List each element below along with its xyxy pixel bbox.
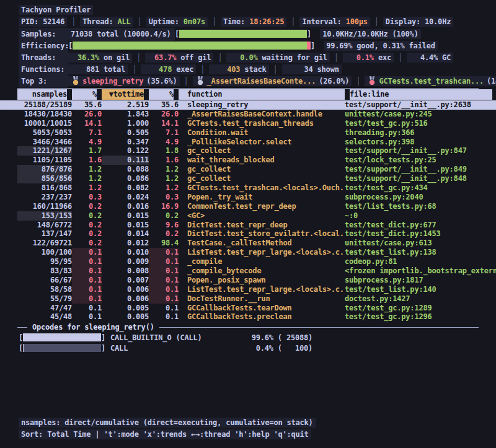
table-row[interactable]: 3466/34664.90.3474.9_PollLikeSelector.se… [0,138,496,147]
samples-line: Samples:71038 total (10000.4/s)[] 10.0KH… [0,28,496,40]
cell-pct-cumulative: 1.2 [149,165,179,174]
cell-nsamples: 83/83 [17,266,72,276]
cell-nsamples: 10001/10015 [17,119,72,128]
cell-pct-cumulative: 0.1 [149,312,179,322]
cell-fileline: test/test_dict.py:1453 [345,229,492,239]
cell-pct-direct: 4.9 [72,138,102,147]
thread-stat-value: 0.1% [345,52,374,64]
table-header-pct-cumulative[interactable]: % [149,89,179,100]
table-separator [17,88,479,89]
cell-function: DocTestRunner.__run [187,294,345,304]
app-title: Tachyon Profiler [19,5,93,15]
cell-tottime: 1.000 [102,119,149,128]
cell-pct-cumulative: 0.1 [149,285,179,294]
table-row[interactable]: 876/8761.20.0881.2gc_collecttest/support… [0,165,496,174]
cell-tottime: 1.843 [102,110,149,119]
table-header-nsamples[interactable]: nsamples [17,89,72,100]
threads-line: Threads:36.3% on gil│63.7% off gil│0.0% … [0,51,496,63]
cell-gap [179,193,187,202]
cell-pct-cumulative: 0.1 [149,248,179,257]
cell-pct-cumulative: 4.9 [149,138,179,147]
cell-fileline: test/support/__init__.py:2638 [345,100,492,110]
table-row[interactable]: 55/790.10.0060.1DocTestRunner.__rundocte… [0,294,496,304]
cell-gap [179,285,187,294]
table-row[interactable]: 856/8561.20.0861.2gc_collecttest/support… [0,174,496,183]
cell-gap [179,119,187,128]
cell-fileline: subprocess.py:1817 [345,276,492,285]
cell-function: _PollLikeSelector.select [187,138,345,147]
table-row[interactable]: 122/697210.20.01298.4TestCase._callTestM… [0,239,496,248]
table-row[interactable]: 1221/12671.70.1221.8gc_collecttest/suppo… [0,146,496,156]
table-row[interactable]: 10001/1001514.11.00014.1GCTests.test_tra… [0,119,496,128]
cell-gap [179,138,187,147]
separator: │ [132,65,136,74]
cell-function: GCCallbackTests.preclean [187,312,345,322]
cell-pct-direct: 0.1 [72,248,102,257]
top3-line: Top 3:sleeping_retry(35.6%)│_AssertRaise… [0,75,496,87]
cell-function: gc_collect [187,146,345,156]
table-row[interactable]: 18430/1843026.01.84326.0_AssertRaisesBas… [0,110,496,119]
thread-field[interactable]: Thread: ALL [80,17,133,27]
top3-percent: (26.0%) [319,77,349,86]
top3-percent: (14.1%) [487,77,496,86]
table-row[interactable]: 100/1000.10.0100.1ListTest.test_repr_lar… [0,248,496,257]
cell-gap [179,146,187,156]
table-row[interactable]: 83/830.10.0080.1_compile_bytecode<frozen… [0,266,496,276]
table-header-pct-direct[interactable]: % [72,89,102,100]
empty-area [0,354,496,417]
cell-pct-cumulative: 0.1 [149,257,179,266]
cell-function: ListTest.test_repr_large.<locals>.c... [187,285,345,294]
table-row[interactable]: 1105/11051.60.1111.6wait_threads_blocked… [0,156,496,165]
cell-pct-cumulative: 7.1 [149,128,179,138]
efficiency-progress-bar: [] [68,42,315,50]
cell-pct-direct: 0.2 [72,229,102,239]
cell-pct-direct: 1.2 [72,183,102,193]
profiler-screen: Tachyon Profiler PID: 52146│Thread: ALL│… [0,0,496,448]
cell-fileline: test/support/__init__.py:847 [345,146,492,156]
cell-pct-cumulative: 98.4 [149,239,179,248]
table-row[interactable]: 816/8681.20.0821.2GCTests.test_trashcan.… [0,183,496,193]
cell-gap [179,276,187,285]
table-row[interactable]: 160/119660.20.01616.9CommonTest.test_rep… [0,202,496,211]
cell-nsamples: 55/79 [17,294,72,304]
function-stat-value: 34 [285,64,313,76]
table-row[interactable]: 95/950.10.0090.1_compilecodeop.py:81 [0,257,496,266]
table-row[interactable]: ►25188/2518935.62.51935.6sleeping_retryt… [0,100,496,110]
top3-entry[interactable]: _AssertRaisesBaseConte...(26.0%) [193,76,352,86]
cell-fileline: selectors.py:398 [345,138,492,147]
table-header-gap [179,89,187,100]
top3-entry[interactable]: GCTests.test_trashcan...(14.1%) [365,76,496,86]
table-row[interactable]: 148/67720.20.0159.6DictTest.test_repr_de… [0,221,496,230]
cell-function: gc_collect [187,174,345,183]
table-header-tottime-sorted[interactable]: ▼tottime [102,89,149,100]
cell-nsamples: 122/69721 [17,239,72,248]
cell-pct-cumulative: 0.1 [149,276,179,285]
cell-pct-cumulative: 0.1 [149,266,179,276]
table-header-function[interactable]: function [187,89,345,100]
table-row[interactable]: 137/1470.20.0140.2DictTest.test_store_ev… [0,229,496,239]
cell-function: _compile_bytecode [187,266,345,276]
cell-nsamples: 100/100 [17,248,72,257]
function-stat-label: exec [172,65,193,74]
table-row[interactable]: 237/2370.30.0240.3Popen._try_waitsubproc… [0,193,496,202]
table-row[interactable]: 47/470.10.0050.1GCCallbackTests.tearDown… [0,304,496,313]
cell-pct-direct: 1.6 [72,156,102,165]
cell-pct-cumulative: 35.6 [149,100,179,110]
status-line: PID: 52146│Thread: ALL│Uptime: 0m07s│Tim… [0,16,496,28]
table-header-fileline[interactable]: file:line [345,89,492,100]
separator: │ [136,53,141,62]
cell-tottime: 0.010 [102,248,149,257]
table-row[interactable]: 5053/50537.10.5057.1Condition.waitthread… [0,128,496,138]
table-row[interactable]: 58/580.10.0060.1ListTest.test_repr_large… [0,285,496,294]
table-row[interactable]: 66/670.10.0070.1Popen._posix_spawnsubpro… [0,276,496,285]
thread-stat-label: exc [374,53,391,62]
table-row[interactable]: 45/480.10.0050.1GCCallbackTests.preclean… [0,312,496,322]
cell-pct-direct: 1.2 [72,165,102,174]
cell-fileline: codeop.py:81 [345,257,492,266]
function-table: ►25188/2518935.62.51935.6sleeping_retryt… [0,100,496,322]
cell-nsamples: 66/67 [17,276,72,285]
top3-function-name: sleeping_retry [82,77,143,86]
opcode-bar: [] [19,333,105,343]
table-row[interactable]: 153/1530.20.0150.2<GC>~:0 [0,211,496,221]
top3-entry[interactable]: sleeping_retry(35.6%) [68,76,180,86]
